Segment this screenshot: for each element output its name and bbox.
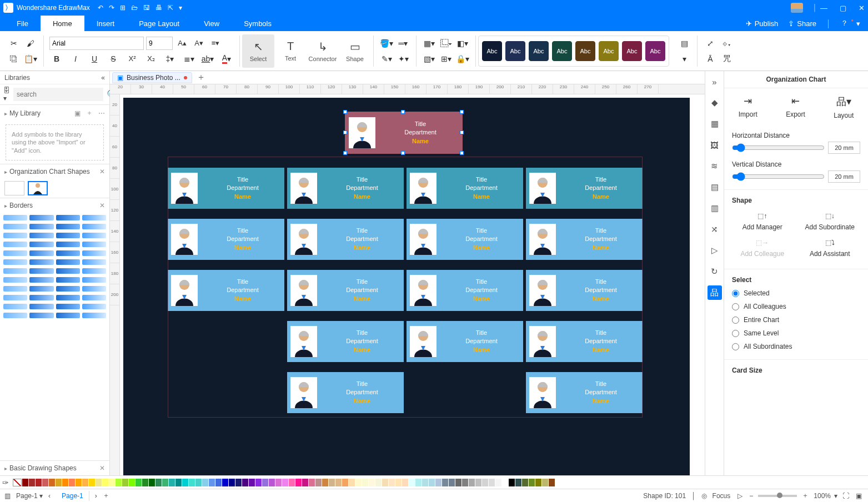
color-swatch[interactable] [382, 479, 388, 486]
gallery-drop-icon[interactable]: ▾ [677, 52, 691, 66]
text-format-icon[interactable]: Ā [703, 52, 718, 66]
minimize-icon[interactable]: ― [820, 4, 827, 12]
radio-subordinates[interactable]: All Subordinates [732, 343, 860, 350]
border-thumb[interactable] [3, 259, 27, 265]
document-tab[interactable]: ▣ Business Photo ... [112, 72, 192, 83]
border-thumb[interactable] [29, 242, 53, 247]
border-thumb[interactable] [82, 242, 106, 247]
chevron-right-icon[interactable] [4, 168, 7, 175]
border-thumb[interactable] [29, 259, 53, 265]
data-panel-icon[interactable]: ▥ [708, 201, 722, 215]
menu-page-layout[interactable]: Page Layout [127, 16, 192, 31]
send-back-icon[interactable]: ▧▾ [422, 52, 436, 66]
align-menu-icon[interactable]: ≡▾ [208, 37, 223, 50]
radio-colleagues[interactable]: All Colleagues [732, 303, 860, 310]
color-swatch[interactable] [542, 479, 548, 486]
qat-more-icon[interactable]: ▾ [179, 4, 182, 12]
focus-label[interactable]: Focus [713, 492, 731, 500]
chevron-right-icon[interactable] [4, 109, 7, 117]
zoom-out-icon[interactable]: − [747, 492, 755, 500]
border-thumb[interactable] [56, 304, 80, 309]
style-swatch[interactable]: Abc [529, 41, 549, 61]
border-thumb[interactable] [82, 286, 106, 292]
page-panel-icon[interactable]: ▤ [708, 180, 722, 194]
user-avatar[interactable] [791, 3, 803, 13]
color-swatch[interactable] [429, 479, 435, 486]
highlight-icon[interactable]: ab▾ [200, 52, 215, 66]
group-icon[interactable]: ⿺▾ [439, 37, 453, 50]
flip-h-icon[interactable]: ◧▾ [455, 37, 470, 50]
import-button[interactable]: ⇥Import [739, 95, 757, 119]
border-thumb[interactable] [3, 313, 27, 318]
border-thumb[interactable] [29, 215, 53, 220]
color-swatch[interactable] [235, 479, 242, 486]
org-shape-thumb-2[interactable] [28, 181, 48, 195]
style-swatch[interactable]: Abc [482, 41, 502, 61]
color-swatch[interactable] [215, 479, 222, 486]
play-icon[interactable]: ▷ [736, 492, 744, 500]
text-tool[interactable]: TText [274, 34, 307, 68]
color-swatch[interactable] [209, 479, 215, 486]
basic-shapes-title[interactable]: Basic Drawing Shapes [9, 464, 77, 472]
style-panel-icon[interactable]: ◆ [708, 96, 722, 110]
color-swatch[interactable] [409, 479, 415, 486]
color-swatch[interactable] [455, 479, 461, 486]
grow-font-icon[interactable]: A▴ [175, 37, 189, 50]
color-swatch[interactable] [116, 479, 122, 486]
publish-button[interactable]: ✈ Publish [746, 19, 779, 28]
mylib-frame-icon[interactable]: ▣ [74, 109, 81, 117]
border-thumb[interactable] [3, 250, 27, 256]
border-thumb[interactable] [29, 233, 53, 238]
mylib-more-icon[interactable]: ⋯ [98, 109, 105, 117]
print-icon[interactable]: 🖶 [155, 4, 162, 12]
color-swatch[interactable] [262, 479, 268, 486]
color-swatch[interactable] [169, 479, 175, 486]
align-shapes-icon[interactable]: ⊞▾ [439, 52, 453, 66]
border-thumb[interactable] [29, 286, 53, 292]
vdist-value[interactable]: 20 mm [828, 170, 860, 183]
focus-icon[interactable]: ◎ [701, 492, 707, 500]
border-thumb[interactable] [3, 295, 27, 300]
border-thumb[interactable] [29, 268, 53, 274]
close-borders-icon[interactable]: ✕ [99, 202, 105, 209]
shrink-font-icon[interactable]: A▾ [192, 37, 206, 50]
color-swatch[interactable] [22, 479, 28, 486]
menu-home[interactable]: Home [41, 16, 84, 31]
color-swatch[interactable] [96, 479, 102, 486]
color-swatch[interactable] [162, 479, 168, 486]
org-shape-thumb-1[interactable] [4, 181, 24, 195]
chevron-right-icon[interactable] [4, 464, 7, 472]
hdist-slider[interactable] [732, 143, 825, 152]
style-swatch[interactable]: Abc [599, 41, 619, 61]
color-swatch[interactable] [469, 479, 475, 486]
hdist-value[interactable]: 20 mm [828, 142, 860, 154]
color-swatch[interactable] [335, 479, 342, 486]
borders-gallery[interactable] [0, 213, 109, 320]
color-swatch[interactable] [349, 479, 355, 486]
close-basic-shapes-icon[interactable]: ✕ [99, 464, 105, 472]
border-thumb[interactable] [56, 313, 80, 318]
shuffle-panel-icon[interactable]: ⤨ [708, 222, 722, 237]
border-thumb[interactable] [82, 295, 106, 300]
spacing-icon[interactable]: ‡▾ [163, 52, 177, 66]
color-swatch[interactable] [182, 479, 188, 486]
color-swatch[interactable] [195, 479, 202, 486]
connector-tool[interactable]: ↳Connector [307, 34, 339, 68]
share-button[interactable]: ⇪ Share [788, 19, 816, 28]
color-swatch[interactable] [389, 479, 395, 486]
borders-title[interactable]: Borders [9, 202, 33, 209]
color-swatch[interactable] [69, 479, 75, 486]
border-thumb[interactable] [29, 224, 53, 229]
style-swatch[interactable]: Abc [622, 41, 642, 61]
format-painter-icon[interactable]: 🖌 [23, 37, 38, 50]
color-swatch[interactable] [495, 479, 501, 486]
close-icon[interactable]: ✕ [859, 4, 865, 12]
expand-right-panel-icon[interactable]: » [708, 74, 722, 89]
library-picker-icon[interactable]: 🗄▾ [3, 87, 10, 102]
color-swatch[interactable] [535, 479, 541, 486]
add-assistant-button[interactable]: ⬚⤵Add Assistant [796, 239, 864, 258]
org-shapes-title[interactable]: Organization Chart Shapes [9, 168, 90, 175]
mylib-add-icon[interactable]: ＋ [86, 108, 93, 118]
color-swatch[interactable] [549, 479, 555, 486]
image-panel-icon[interactable]: 🖼 [708, 138, 722, 152]
